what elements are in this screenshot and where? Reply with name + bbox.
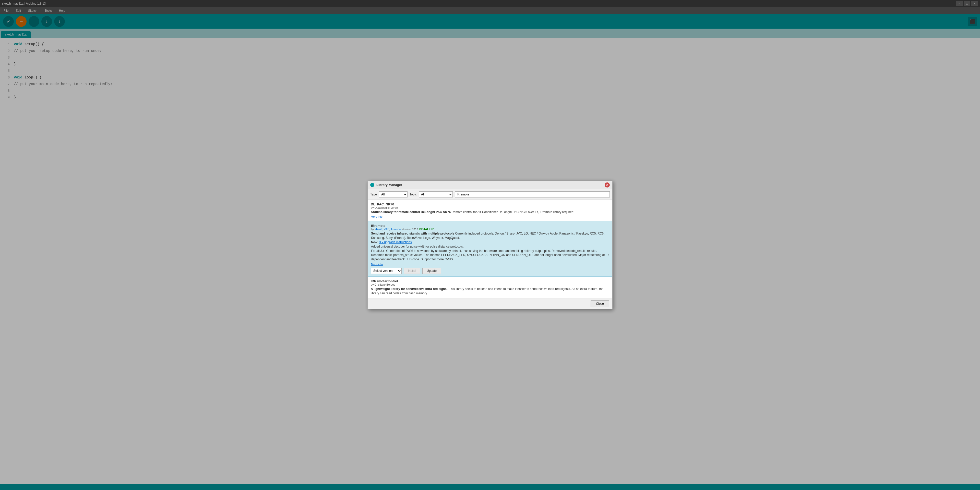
library-list[interactable]: DL_PAC_NK76 by Quadrifoglio Verde Arduin… [368,200,612,298]
lib-installed-badge: INSTALLED. [419,228,435,231]
library-entry-irremote: IRremote by shirriff, z3t0, ArminJo Vers… [368,221,612,277]
library-manager-close-button[interactable]: ✕ [605,182,610,188]
lib-author-link-shirriff[interactable]: shirriff [375,228,382,231]
lib-name-irremote: IRremote [371,224,609,228]
type-label: Type [370,193,377,196]
topic-label: Topic [410,193,417,196]
library-manager-title: Library Manager [376,183,402,187]
install-button-irremote[interactable]: Install [404,268,420,274]
lib-actions-irremote: Select version 3.2.0 3.1.0 3.0.0 2.8.0 I… [371,268,609,274]
lib-by-irremote: by shirriff, z3t0, ArminJo Version 3.2.0… [371,228,609,231]
library-entry-dl-pac-nk76: DL_PAC_NK76 by Quadrifoglio Verde Arduin… [368,200,612,221]
library-manager-filters: Type All Contributed Recommended Retired… [368,189,612,200]
footer-close-button[interactable]: Close [590,300,609,307]
lib-more-info-irremote[interactable]: More info [371,263,609,266]
lib-desc-irremotecontrol: A lightweight library for send/receive i… [371,287,609,295]
topic-select[interactable]: All Communication Signal Input/Output Se… [419,192,453,198]
lib-desc-irremote: Send and receive infrared signals with m… [371,231,609,262]
lib-upgrade-link[interactable]: 3.x upgrade instructions [379,240,412,244]
library-entry-irremotecontrol: IRRemoteControl by Cristiano Borges A li… [368,277,612,298]
lib-author-link-z3t0[interactable]: z3t0 [384,228,390,231]
library-manager-titlebar: Library Manager ✕ [368,181,612,189]
type-select[interactable]: All Contributed Recommended Retired [379,192,407,198]
library-search-input[interactable] [455,192,610,198]
lib-more-info-dl-pac-nk76[interactable]: More info [371,215,609,218]
update-button-irremote[interactable]: Update [422,268,441,274]
library-manager-dialog: Library Manager ✕ Type All Contributed R… [368,180,612,310]
library-manager-footer: Close [368,298,612,309]
arduino-logo-icon [370,183,374,187]
lib-desc-dl-pac-nk76: Arduino library for remote control DeLon… [371,210,609,214]
modal-overlay: Library Manager ✕ Type All Contributed R… [0,0,980,490]
version-select-irremote[interactable]: Select version 3.2.0 3.1.0 3.0.0 2.8.0 [371,268,402,274]
lib-author-link-arminjo[interactable]: ArminJo [391,228,401,231]
lib-name-irremotecontrol: IRRemoteControl [371,279,609,283]
lib-by-dl-pac-nk76: by Quadrifoglio Verde [371,206,609,209]
lib-by-irremotecontrol: by Cristiano Borges [371,283,609,286]
lib-name-dl-pac-nk76: DL_PAC_NK76 [371,202,609,206]
